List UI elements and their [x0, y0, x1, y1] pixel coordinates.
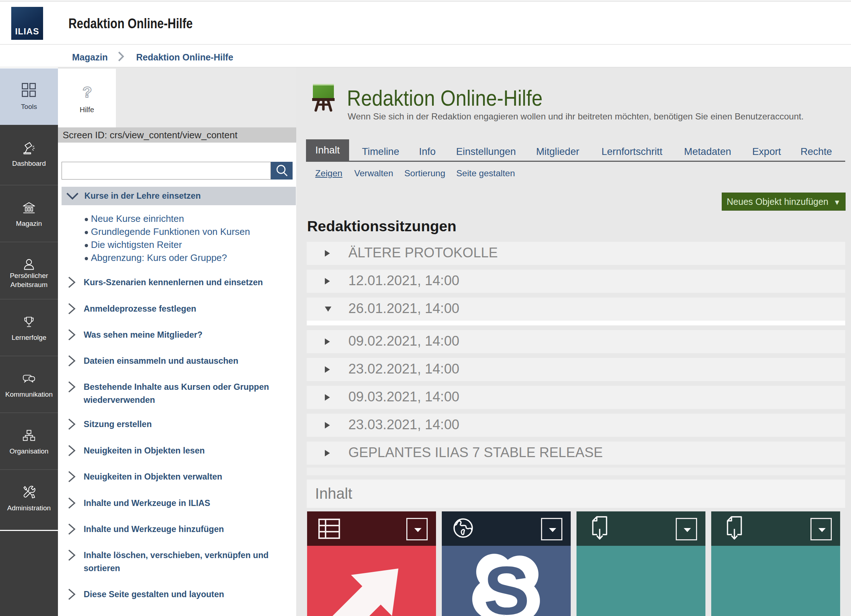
svg-text:S: S	[484, 552, 530, 616]
